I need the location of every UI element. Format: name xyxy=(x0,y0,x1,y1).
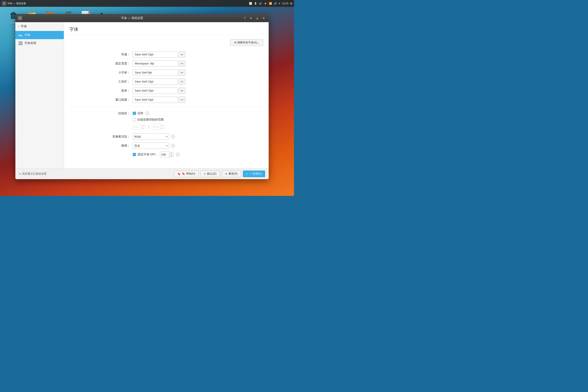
taskbar-menu-icon[interactable]: ≡ xyxy=(2,1,6,6)
window-menu-icon[interactable]: ≡ xyxy=(18,16,22,20)
hinting-info-icon[interactable]: i xyxy=(171,144,175,148)
default-btn-label: 默认(D) xyxy=(207,172,216,176)
help-btn-label: 🔖 帮助(H) xyxy=(182,172,195,176)
speaker-icon: 🔊 xyxy=(274,2,277,5)
aa-section-label: 抗锯齿： xyxy=(69,111,133,115)
fixed-dpi-down[interactable]: ▾ xyxy=(169,154,173,158)
dropdown-icon[interactable]: ▾ xyxy=(279,2,280,5)
font-row-general: 常规： ✏ xyxy=(69,51,263,58)
font-label-menu: 菜单： xyxy=(69,89,133,93)
sidebar-item-fonts[interactable]: Aa 字体 xyxy=(15,31,64,39)
antialiasing-section: 抗锯齿： 启用 i 抗锯齿要排除的范围 xyxy=(69,111,263,130)
fixed-dpi-checkbox[interactable] xyxy=(133,153,136,156)
font-row-window-title: 窗口标题： ✏ xyxy=(69,96,263,103)
sub-pixel-group: RGB BGR V-RGB V-BGR 无 i xyxy=(133,134,175,140)
font-input-small[interactable] xyxy=(133,70,178,76)
taskbar-title: 字体 — 系统设置 xyxy=(7,2,26,5)
font-row-small: 小字体： ✏ xyxy=(69,70,263,76)
default-button[interactable]: ↩ 默认(D) xyxy=(200,170,220,177)
font-edit-btn-window-title[interactable]: ✏ xyxy=(179,96,185,103)
window-title: 字体 — 系统设置 xyxy=(121,16,143,20)
wifi-icon: 📶 xyxy=(269,2,272,5)
help-icon: 🔖 xyxy=(177,172,181,176)
aa-range-from-input[interactable] xyxy=(133,125,141,128)
taskbar-right: ⬜ 🔋 🔊 ⚡ 📶 🔊 ▾ 12:23 ⊞ xyxy=(249,2,292,5)
fixed-dpi-spinbox[interactable]: ▴ ▾ xyxy=(160,152,173,158)
default-icon: ↩ xyxy=(204,172,206,176)
aa-exclude-row: 抗锯齿要排除的范围 xyxy=(69,118,263,122)
sidebar-item-font-management[interactable]: 🔤 字体管理 xyxy=(15,39,64,47)
fixed-dpi-up[interactable]: ▴ xyxy=(169,152,173,154)
font-input-group-fixed: ✏ xyxy=(133,60,185,67)
font-input-general[interactable] xyxy=(133,51,178,58)
help-button[interactable]: ? xyxy=(242,16,247,21)
aa-range-sep: 至 xyxy=(147,125,150,129)
font-edit-btn-small[interactable]: ✏ xyxy=(179,70,185,76)
adjust-all-section: Ai 调整所有字体(A)... xyxy=(69,39,263,46)
taskbar-left: ≡ 字体 — 系统设置 xyxy=(2,1,26,6)
maximize-button[interactable]: ▴ xyxy=(255,16,260,21)
font-input-menu[interactable] xyxy=(133,88,178,94)
aa-enabled-checkbox[interactable] xyxy=(133,112,136,115)
font-input-group-general: ✏ xyxy=(133,51,185,58)
titlebar-left: ≡ xyxy=(18,16,22,20)
sub-pixel-row: 亚像素渲染： RGB BGR V-RGB V-BGR 无 i xyxy=(69,134,263,140)
battery-icon: 🔋 xyxy=(254,2,257,5)
aa-info-icon[interactable]: i xyxy=(145,112,149,115)
content-area: Ai 调整所有字体(A)... 常规： ✏ 固定宽度： ✏ xyxy=(64,35,269,168)
window-titlebar: ≡ 字体 — 系统设置 ? ▾ ▴ ✕ xyxy=(15,14,269,22)
help-footer-button[interactable]: 🔖 🔖 帮助(H) xyxy=(174,170,199,177)
back-arrow-icon[interactable]: ‹ xyxy=(18,25,19,28)
aa-range-to-spinbox[interactable]: ▴ ▾ xyxy=(152,124,164,130)
font-edit-btn-toolbar[interactable]: ✏ xyxy=(179,78,185,85)
font-row-fixed: 固定宽度： ✏ xyxy=(69,60,263,67)
hinting-row: 微调： 无 轻微 中等 完全 i xyxy=(69,142,263,149)
aa-exclude-group: 抗锯齿要排除的范围 xyxy=(133,118,164,122)
main-page-title: 字体 xyxy=(69,27,78,32)
font-input-group-menu: ✏ xyxy=(133,88,185,94)
font-edit-btn-fixed[interactable]: ✏ xyxy=(179,60,185,67)
fixed-dpi-info-icon[interactable]: i xyxy=(176,153,180,156)
hinting-combo-wrap: 无 轻微 中等 完全 xyxy=(133,142,169,149)
aa-range-to-btns: ▴ ▾ xyxy=(160,124,164,130)
font-input-group-window-title: ✏ xyxy=(133,96,185,103)
font-input-fixed[interactable] xyxy=(133,60,178,67)
sub-pixel-label: 亚像素渲染： xyxy=(69,134,133,139)
aa-range-from-spinbox[interactable]: ▴ ▾ xyxy=(133,124,145,130)
minimize-button[interactable]: ▾ xyxy=(248,16,254,21)
sidebar-item-font-management-label: 字体管理 xyxy=(24,41,36,45)
sub-pixel-info-icon[interactable]: i xyxy=(171,135,175,138)
fixed-dpi-row: 固定字体 DPI： ▴ ▾ i xyxy=(69,152,263,158)
font-input-group-small: ✏ xyxy=(133,70,185,76)
aa-range-from-up[interactable]: ▴ xyxy=(141,124,145,127)
aa-enabled-row: 抗锯齿： 启用 i xyxy=(69,111,263,115)
window-body: ‹ 字体 Aa 字体 🔤 字体管理 字体 Ai 调整所有字体(A)... xyxy=(15,22,269,168)
font-edit-btn-menu[interactable]: ✏ xyxy=(179,88,185,94)
grid-icon[interactable]: ⊞ xyxy=(290,2,292,5)
apply-button[interactable]: ✓ ✓ 应用(A) xyxy=(243,170,265,177)
font-label-window-title: 窗口标题： xyxy=(69,98,133,102)
font-input-window-title[interactable] xyxy=(133,96,178,103)
sub-pixel-select[interactable]: RGB BGR V-RGB V-BGR 无 xyxy=(133,134,169,140)
font-label-general: 常规： xyxy=(69,52,133,56)
copy-icon: ⬜ xyxy=(249,2,252,5)
hinting-select[interactable]: 无 轻微 中等 完全 xyxy=(133,142,169,149)
font-edit-btn-general[interactable]: ✏ xyxy=(179,51,185,58)
aa-range-to-input[interactable] xyxy=(152,125,160,128)
font-label-toolbar: 工具栏： xyxy=(69,80,133,84)
aa-range-row: ▴ ▾ 至 ▴ ▾ xyxy=(69,124,263,130)
volume-icon: 🔊 xyxy=(259,2,262,5)
adjust-all-fonts-button[interactable]: Ai 调整所有字体(A)... xyxy=(230,39,263,46)
close-button[interactable]: ✕ xyxy=(261,16,266,21)
font-management-icon: 🔤 xyxy=(18,41,22,46)
reset-button[interactable]: ↺ 重置(R) xyxy=(222,170,241,177)
bluetooth-icon: ⚡ xyxy=(264,2,267,5)
aa-range-to-up[interactable]: ▴ xyxy=(160,124,164,127)
sidebar-item-fonts-label: 字体 xyxy=(24,33,30,37)
aa-range-to-down[interactable]: ▾ xyxy=(160,127,164,130)
font-input-toolbar[interactable] xyxy=(133,78,178,85)
aa-range-from-down[interactable]: ▾ xyxy=(141,127,145,130)
taskbar-clock: 12:23 xyxy=(282,2,288,5)
fixed-dpi-input[interactable] xyxy=(160,153,169,156)
aa-exclude-checkbox[interactable] xyxy=(133,118,136,121)
